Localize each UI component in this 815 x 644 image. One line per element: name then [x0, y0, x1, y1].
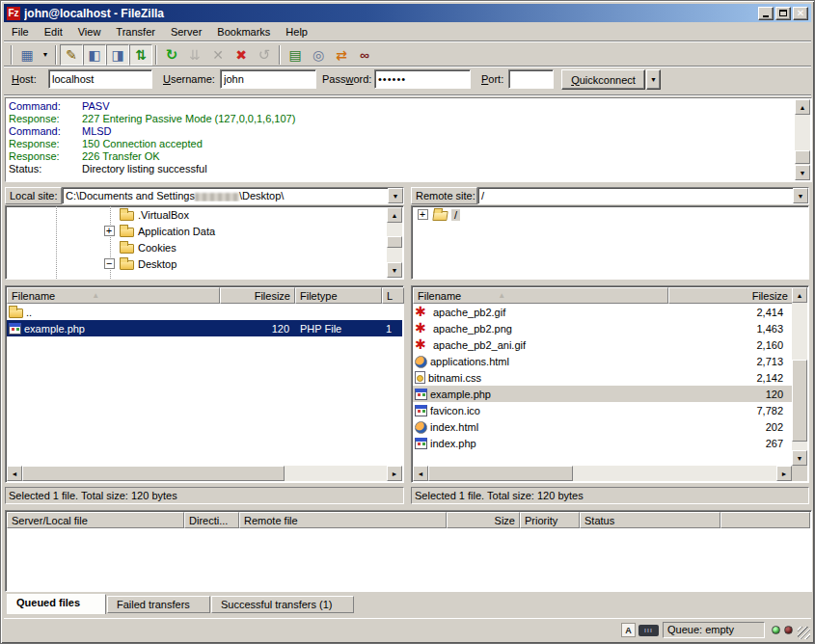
column-header-filename[interactable]: Filename▲: [7, 287, 220, 304]
toggle-message-log-button[interactable]: [60, 44, 83, 66]
tab-failed-transfers[interactable]: Failed transfers: [107, 596, 210, 613]
quickconnect-dropdown-button[interactable]: ▼: [646, 69, 661, 90]
menu-help[interactable]: Help: [278, 24, 315, 40]
column-header-filetype[interactable]: Filetype: [295, 287, 382, 304]
scroll-thumb[interactable]: [22, 466, 285, 481]
find-files-button[interactable]: [353, 44, 376, 66]
port-input[interactable]: [508, 69, 554, 89]
local-site-dropdown-icon[interactable]: ▼: [388, 188, 403, 203]
column-header-status[interactable]: Status: [580, 512, 720, 528]
menu-file[interactable]: File: [4, 24, 37, 40]
process-queue-button[interactable]: [183, 44, 206, 66]
local-site-combobox[interactable]: C:\Documents and Settings\Desktop\ ▼: [62, 187, 404, 204]
cancel-operation-button[interactable]: [206, 44, 230, 66]
redacted-username: [195, 193, 239, 201]
tab-queued-files[interactable]: Queued files: [7, 594, 106, 614]
tree-expander[interactable]: [418, 209, 428, 220]
scroll-thumb[interactable]: [792, 360, 807, 442]
toggle-remote-tree-button[interactable]: [106, 44, 129, 66]
disconnect-button[interactable]: [230, 44, 253, 66]
remote-list-vscrollbar[interactable]: ▲ ▼: [792, 287, 807, 466]
remote-list-hscrollbar[interactable]: ◄ ►: [413, 466, 792, 481]
column-header-filename[interactable]: Filename▲: [413, 287, 668, 304]
file-row-example-php[interactable]: example.php 120 PHP File 1: [7, 320, 402, 336]
scroll-left-button[interactable]: ◄: [413, 466, 428, 481]
tree-item-application-data[interactable]: Application Data: [6, 223, 403, 239]
tab-successful-transfers[interactable]: Successful transfers (1): [211, 596, 354, 613]
menu-bookmarks[interactable]: Bookmarks: [209, 24, 278, 40]
scroll-down-button[interactable]: ▼: [795, 165, 810, 180]
toggle-transfer-queue-button[interactable]: [129, 44, 152, 66]
file-row[interactable]: apache_pb2_ani.gif2,160: [413, 336, 792, 353]
host-input[interactable]: [48, 69, 152, 89]
reconnect-button[interactable]: [253, 44, 276, 66]
scroll-down-button[interactable]: ▼: [387, 262, 402, 278]
column-header-last-modified[interactable]: L: [382, 287, 404, 304]
tree-item-root[interactable]: /: [412, 206, 808, 223]
toggle-local-tree-button[interactable]: [83, 44, 106, 66]
local-tree-scrollbar[interactable]: ▲ ▼: [387, 207, 402, 278]
site-manager-button[interactable]: [15, 44, 39, 66]
scroll-up-button[interactable]: ▲: [387, 207, 402, 223]
data-type-ascii-icon[interactable]: A: [621, 623, 636, 637]
site-manager-dropdown-icon[interactable]: [39, 44, 52, 66]
scroll-up-button[interactable]: ▲: [795, 99, 810, 115]
file-row[interactable]: index.html202: [413, 418, 792, 435]
scroll-up-button[interactable]: ▲: [792, 287, 807, 303]
menu-server[interactable]: Server: [163, 24, 209, 40]
quickconnect-button[interactable]: Quickconnect: [561, 69, 645, 90]
scroll-down-button[interactable]: ▼: [792, 450, 807, 466]
local-list-hscrollbar[interactable]: ◄ ►: [7, 466, 402, 481]
column-header-remote-file[interactable]: Remote file: [239, 512, 447, 528]
file-row-selected[interactable]: example.php120: [413, 386, 792, 402]
tree-expander[interactable]: [104, 258, 115, 269]
file-row[interactable]: apache_pb2.png1,463: [413, 320, 792, 336]
scroll-thumb[interactable]: [387, 236, 402, 248]
file-name: example.php: [430, 389, 491, 400]
refresh-button[interactable]: [160, 44, 183, 66]
tree-expander[interactable]: [104, 226, 115, 236]
tree-item-label: /: [451, 209, 460, 221]
synchronized-browsing-button[interactable]: [330, 44, 353, 66]
tree-item-cookies[interactable]: Cookies: [6, 239, 403, 255]
file-row[interactable]: bitnami.css2,142: [413, 369, 792, 386]
file-row-parent-dir[interactable]: ..: [7, 304, 402, 320]
scroll-right-button[interactable]: ►: [387, 466, 402, 481]
speed-limit-icon[interactable]: ııı: [638, 625, 659, 636]
password-input[interactable]: [374, 69, 471, 89]
file-row[interactable]: favicon.ico7,782: [413, 402, 792, 418]
log-scrollbar[interactable]: ▲ ▼: [795, 99, 810, 180]
scroll-left-button[interactable]: ◄: [7, 466, 22, 481]
column-header-server-local-file[interactable]: Server/Local file: [7, 512, 184, 528]
tree-item-label: Application Data: [138, 226, 215, 237]
tree-item-desktop[interactable]: Desktop: [6, 255, 403, 272]
maximize-button[interactable]: [775, 7, 791, 20]
file-row[interactable]: index.php267: [413, 435, 792, 451]
remote-site-combobox[interactable]: / ▼: [477, 187, 809, 204]
username-input[interactable]: [220, 69, 316, 89]
filezilla-logo-icon: Fz: [7, 7, 20, 20]
minimize-button[interactable]: [758, 7, 774, 20]
resize-grip[interactable]: [798, 627, 810, 639]
file-modified: 1: [382, 320, 402, 336]
compare-directories-button[interactable]: [307, 44, 330, 66]
column-header-direction[interactable]: Directi...: [184, 512, 239, 528]
menu-view[interactable]: View: [70, 24, 109, 40]
menu-edit[interactable]: Edit: [37, 24, 70, 40]
column-header-size[interactable]: Size: [447, 512, 520, 528]
column-header-priority[interactable]: Priority: [520, 512, 580, 528]
column-header-filesize[interactable]: Filesize: [668, 287, 793, 304]
scroll-thumb[interactable]: [795, 150, 810, 164]
menu-transfer[interactable]: Transfer: [108, 24, 163, 40]
file-name: apache_pb2.gif: [433, 307, 505, 318]
tree-item-virtualbox[interactable]: .VirtualBox: [6, 206, 403, 223]
column-header-filesize[interactable]: Filesize: [220, 287, 295, 304]
directory-listing-filters-button[interactable]: [284, 44, 307, 66]
scroll-thumb[interactable]: [428, 466, 573, 481]
remote-site-dropdown-icon[interactable]: ▼: [793, 188, 808, 203]
file-row[interactable]: apache_pb2.gif2,414: [413, 304, 792, 320]
log-text: 227 Entering Passive Mode (127,0,0,1,6,1…: [82, 113, 295, 124]
scroll-right-button[interactable]: ►: [776, 466, 792, 481]
file-row[interactable]: applications.html2,713: [413, 353, 792, 369]
close-button[interactable]: ✕: [793, 7, 808, 20]
